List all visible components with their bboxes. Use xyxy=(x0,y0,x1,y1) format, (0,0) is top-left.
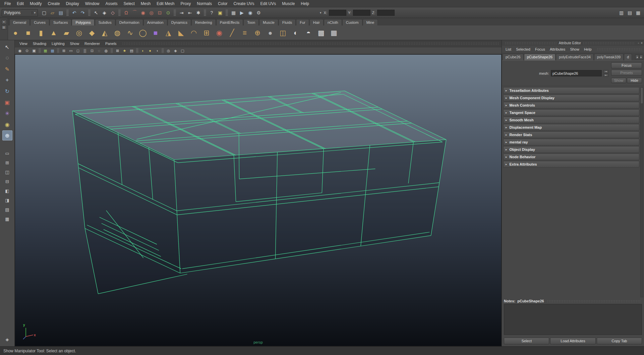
z-input[interactable] xyxy=(377,10,395,16)
menu-modify[interactable]: Modify xyxy=(27,0,45,7)
ae-tab-pcubeshape26[interactable]: pCubeShape26 xyxy=(524,54,555,60)
shelf-tab-curves[interactable]: Curves xyxy=(30,19,49,25)
hypershade-layout-icon[interactable]: ▤ xyxy=(3,205,12,214)
render-current-frame-icon[interactable]: ▶ xyxy=(238,9,246,17)
field-chart-icon[interactable]: ⊡ xyxy=(89,48,96,54)
bridge-icon[interactable]: ◠ xyxy=(188,27,200,39)
viewport-canvas[interactable]: y x persp xyxy=(15,54,502,346)
shelf-tab-painteffects[interactable]: PaintEffects xyxy=(216,19,243,25)
save-scene-icon[interactable]: ▤ xyxy=(57,9,65,17)
insert-edge-loop-icon[interactable]: ≡ xyxy=(239,27,251,39)
polygon-cylinder-icon[interactable]: ▮ xyxy=(35,27,47,39)
scale-tool-icon[interactable]: ▣ xyxy=(2,97,12,107)
shelf-tab-subdivs[interactable]: Subdivs xyxy=(95,19,115,25)
hide-button[interactable]: Hide xyxy=(627,78,642,83)
ae-menu-focus[interactable]: Focus xyxy=(533,47,547,51)
channel-box-toggle-icon[interactable]: ▦ xyxy=(634,9,642,17)
tab-scroll-right-icon[interactable]: ▸ xyxy=(639,55,643,59)
polygon-soccer-ball-icon[interactable]: ◯ xyxy=(137,27,149,39)
polygon-helix-icon[interactable]: ∿ xyxy=(124,27,136,39)
panel-drag-handle[interactable] xyxy=(122,42,499,45)
shelf-tab-hair[interactable]: Hair xyxy=(309,19,324,25)
shelf-tab-surfaces[interactable]: Surfaces xyxy=(50,19,71,25)
focus-button[interactable]: Focus xyxy=(611,62,642,68)
ae-button-select[interactable]: Select xyxy=(504,338,549,344)
default-lighting-icon[interactable]: ◐ xyxy=(139,48,147,54)
snap-point-icon[interactable]: ◉ xyxy=(139,9,147,17)
menu-normals[interactable]: Normals xyxy=(194,0,215,7)
attribute-editor-toggle-icon[interactable]: ▥ xyxy=(617,9,626,17)
toolbox-overflow-icon[interactable]: ◈ xyxy=(3,335,12,344)
polygon-pyramid-icon[interactable]: ◭ xyxy=(99,27,111,39)
menu-window[interactable]: Window xyxy=(82,0,103,7)
persp-graph-layout-icon[interactable]: ◨ xyxy=(3,196,12,204)
polygon-torus-icon[interactable]: ◎ xyxy=(73,27,85,39)
shelf-menu-icon[interactable]: ▥ xyxy=(1,25,7,29)
combine-icon[interactable]: ⊞ xyxy=(200,27,213,39)
output-connection-icon[interactable]: ⇤ xyxy=(603,74,608,77)
panel-menu-renderer[interactable]: Renderer xyxy=(82,42,103,46)
menu-proxy[interactable]: Proxy xyxy=(178,0,194,7)
polygon-sphere-icon[interactable]: ● xyxy=(9,27,21,39)
shadows-icon[interactable]: ◑ xyxy=(154,48,161,54)
camera-lock-icon[interactable]: ⊙ xyxy=(23,48,31,54)
boolean-union-icon[interactable]: ◉ xyxy=(213,27,225,39)
ae-button-copy-tab[interactable]: Copy Tab xyxy=(597,338,642,344)
menu-mesh[interactable]: Mesh xyxy=(138,0,154,7)
isolate-select-icon[interactable]: ▢ xyxy=(179,48,186,54)
help-icon[interactable]: ? xyxy=(208,9,216,17)
redo-icon[interactable]: ↷ xyxy=(78,9,87,17)
outliner-persp-layout-icon[interactable]: ◧ xyxy=(3,187,12,195)
section-extra-attributes[interactable]: ▸ Extra Attributes xyxy=(503,161,639,168)
polygon-cube-icon[interactable]: ■ xyxy=(22,27,34,39)
ae-tab-polytweak339[interactable]: polyTweak339 xyxy=(594,54,624,60)
textured-mode-icon[interactable]: ▩ xyxy=(49,48,56,54)
single-pane-layout-icon[interactable]: ▭ xyxy=(3,149,12,158)
shelf-tab-dynamics[interactable]: Dynamics xyxy=(168,19,191,25)
menu-assets[interactable]: Assets xyxy=(102,0,120,7)
ae-tab-polyextrudeface34[interactable]: polyExtrudeFace34 xyxy=(556,54,594,60)
menu-select[interactable]: Select xyxy=(120,0,137,7)
all-lights-icon[interactable]: ● xyxy=(147,48,154,54)
uv-checker-sphere-icon[interactable]: ◐ xyxy=(290,27,302,39)
shelf-tab-ncloth[interactable]: nCloth xyxy=(324,19,342,25)
resolution-gate-icon[interactable]: ◻ xyxy=(74,48,81,54)
open-scene-icon[interactable]: ▱ xyxy=(48,9,57,17)
shelf-tab-fur[interactable]: Fur xyxy=(296,19,309,25)
uv-texture-grid-icon[interactable]: ▩ xyxy=(315,27,327,39)
polygon-pipe-icon[interactable]: ◍ xyxy=(111,27,123,39)
render-settings-icon[interactable]: ⚙ xyxy=(254,9,263,17)
snap-view-plane-icon[interactable]: ⊡ xyxy=(156,9,164,17)
section-object-display[interactable]: ▸ Object Display xyxy=(503,146,639,153)
xray-icon[interactable]: ◎ xyxy=(165,48,172,54)
mirror-geometry-icon[interactable]: ◫ xyxy=(277,27,289,39)
section-tangent-space[interactable]: ▸ Tangent Space xyxy=(503,109,639,116)
snap-grid-icon[interactable]: Ω xyxy=(122,9,130,17)
image-plane-icon[interactable]: ▤ xyxy=(128,48,135,54)
shelf-tab-polygons[interactable]: Polygons xyxy=(72,19,94,25)
menu-muscle[interactable]: Muscle xyxy=(279,0,298,7)
append-polygon-icon[interactable]: ⊕ xyxy=(251,27,264,39)
y-input[interactable] xyxy=(353,10,370,16)
bookmarks-icon[interactable]: ★ xyxy=(121,48,128,54)
panel-menu-lighting[interactable]: Lighting xyxy=(49,42,67,46)
construction-history-icon[interactable]: ✱ xyxy=(194,9,202,17)
input-connection-icon[interactable]: ⇥ xyxy=(603,70,608,73)
frame-all-icon[interactable]: ⊠ xyxy=(114,48,121,54)
grid-icon[interactable]: ⊞ xyxy=(60,48,67,54)
universal-manipulator-icon[interactable]: ✳ xyxy=(2,108,12,118)
menu-display[interactable]: Display xyxy=(63,0,82,7)
show-manipulator-tool-icon[interactable]: ⊕ xyxy=(2,130,12,140)
soft-modification-icon[interactable]: ◉ xyxy=(2,119,12,129)
panel-close-icon[interactable]: × xyxy=(641,41,643,45)
uv-checker-plane-icon[interactable]: ▦ xyxy=(328,27,340,39)
safe-title-icon[interactable]: ◍ xyxy=(103,48,110,54)
new-scene-icon[interactable]: ▢ xyxy=(40,9,48,17)
split-polygon-icon[interactable]: ╱ xyxy=(226,27,238,39)
input-field-selector-icon[interactable]: ▾ xyxy=(320,11,321,14)
extrude-icon[interactable]: ◮ xyxy=(162,27,174,39)
render-view-icon[interactable]: ▦ xyxy=(229,9,238,17)
ae-tab-d[interactable]: d xyxy=(624,54,632,60)
menu-edit-uvs[interactable]: Edit UVs xyxy=(257,0,279,7)
section-mesh-component-display[interactable]: ▸ Mesh Component Display xyxy=(503,95,639,101)
